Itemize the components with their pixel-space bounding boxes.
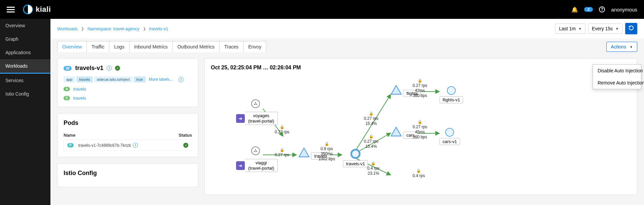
lock-icon: 🔒 [280,148,285,152]
lock-icon: 🔒 [325,142,329,146]
edge-metric: 0.4 rps [367,166,380,171]
graph-node-viaggi[interactable]: ➜ viaggi(travel-portal) [236,159,278,172]
app-badge: A [64,87,70,91]
workload-name: travels-v1 [75,65,103,72]
action-disable-auto-injection[interactable]: Disable Auto Injection [593,65,641,77]
svg-point-14 [256,151,257,152]
hamburger-icon[interactable] [7,5,15,14]
service-link[interactable]: travels [73,96,86,101]
sidebar-item-workloads[interactable]: Workloads [0,59,50,74]
tab-bar: Overview Traffic Logs Inbound Metrics Ou… [50,41,644,52]
info-icon[interactable]: i [107,66,112,71]
pod-row: P travels-v1-7c4889c67b-7knzk i ✓ [64,140,192,151]
action-remove-auto-injection[interactable]: Remove Auto Injection [593,77,641,89]
virtual-service-icon [251,146,260,155]
refresh-interval-select[interactable]: Every 15s ▼ [588,24,622,34]
help-icon[interactable]: ? [599,6,605,12]
lock-icon: 🔒 [418,78,422,82]
workload-entry-icon: ➜ [236,161,245,170]
graph-node-voyages[interactable]: ➜ voyages(travel-portal) [236,112,278,125]
node-label: travels-v1 [343,160,368,167]
graph-time-range: Oct 25, 02:25:04 PM … 02:26:04 PM [211,65,631,71]
main-area: Workloads ❯ Namespace: travel-agency ❯ t… [50,19,644,205]
edge-metric: 0.8 rps [320,146,333,151]
refresh-icon [629,25,634,31]
sidebar-item-istio-config[interactable]: Istio Config [0,87,50,101]
username[interactable]: anonymous [611,7,637,12]
refresh-button[interactable] [625,23,637,34]
edge-metric: 23.1% [368,171,379,176]
brand-logo[interactable]: kiali [23,4,51,14]
istio-config-title: Istio Config [64,170,192,177]
refresh-interval-value: Every 15s [592,26,613,31]
service-badge: S [64,96,70,100]
caret-down-icon: ▼ [615,27,619,31]
graph-node-flights-v1[interactable]: flights-v1 [440,86,463,103]
notification-badge[interactable]: 2 [584,7,593,12]
graph-panel: Oct 25, 02:25:04 PM … 02:26:04 PM [204,58,637,195]
breadcrumb-leaf[interactable]: travels-v1 [149,26,168,31]
tab-traffic[interactable]: Traffic [86,41,109,52]
workload-badge: W [64,66,72,71]
breadcrumb-bar: Workloads ❯ Namespace: travel-agency ❯ t… [50,19,644,38]
app-link[interactable]: travels [73,87,86,92]
chevron-right-icon: ❯ [81,27,84,31]
edge-metric: 350ms [321,151,333,156]
kiali-logo-icon [23,4,33,14]
label-value: true [134,76,146,82]
node-label: voyages [253,113,269,118]
health-ok-icon: ✓ [115,66,120,71]
sidebar-item-applications[interactable]: Applications [0,46,50,59]
graph-node-voyages-virt[interactable] [251,99,260,108]
edge-metric: 360 bps [413,93,427,98]
graph-node-travels-v1[interactable]: travels-v1 [343,149,368,167]
node-sublabel: (travel-portal) [248,118,274,124]
sidebar-item-services[interactable]: Services [0,74,50,87]
tab-outbound-metrics[interactable]: Outbound Metrics [172,41,220,52]
virtual-service-icon [251,99,260,108]
label-key: app [64,76,75,82]
pods-title: Pods [64,119,192,127]
sidebar: Overview Graph Applications Workloads Se… [0,19,50,205]
sidebar-item-overview[interactable]: Overview [0,19,50,32]
graph-node-cars-v1[interactable]: cars-v1 [440,128,460,145]
mini-graph[interactable]: ➜ voyages(travel-portal) ➜ viaggi(travel… [211,74,631,189]
lock-icon: 🔒 [371,161,376,165]
time-range-select[interactable]: Last 1m ▼ [555,24,585,34]
node-label: viaggi [256,160,267,165]
edge-metric: 15.4% [366,121,377,126]
svg-point-9 [255,102,256,103]
edge-metric: 0.4 rps [413,173,425,178]
workload-icon [445,128,454,137]
actions-button[interactable]: Actions ▼ [606,42,637,52]
tab-logs[interactable]: Logs [109,41,129,52]
svg-point-10 [254,104,255,105]
caret-down-icon: ▼ [630,45,633,49]
tab-inbound-metrics[interactable]: Inbound Metrics [129,41,173,52]
svg-marker-15 [299,148,309,157]
tab-overview[interactable]: Overview [57,41,87,52]
label-key: sidecar.istio.io/inject [94,76,132,82]
graph-node-viaggi-virt[interactable] [251,146,260,155]
breadcrumb-namespace[interactable]: Namespace: travel-agency [87,26,140,31]
edge-metric: 0.27 rps [275,130,289,134]
more-labels-link[interactable]: More labels... [149,77,173,82]
svg-marker-16 [391,86,401,94]
node-label: cars-v1 [440,138,460,145]
breadcrumb-root[interactable]: Workloads [57,26,78,31]
node-label: flights-v1 [440,96,463,103]
edge-metric: 15.4% [366,144,377,149]
tab-traces[interactable]: Traces [219,41,243,52]
pods-col-name: Name [64,133,179,138]
info-icon[interactable]: i [179,77,184,82]
svg-marker-17 [391,127,401,136]
lock-icon: 🔒 [416,169,421,173]
lock-icon: 🔒 [369,111,374,115]
info-icon[interactable]: i [133,143,138,148]
time-range-value: Last 1m [559,26,576,31]
tab-envoy[interactable]: Envoy [243,41,266,52]
bell-icon[interactable]: 🔔 [571,6,578,13]
edge-metric: 45ms [415,130,425,134]
pods-col-status: Status [179,133,192,138]
sidebar-item-graph[interactable]: Graph [0,32,50,46]
